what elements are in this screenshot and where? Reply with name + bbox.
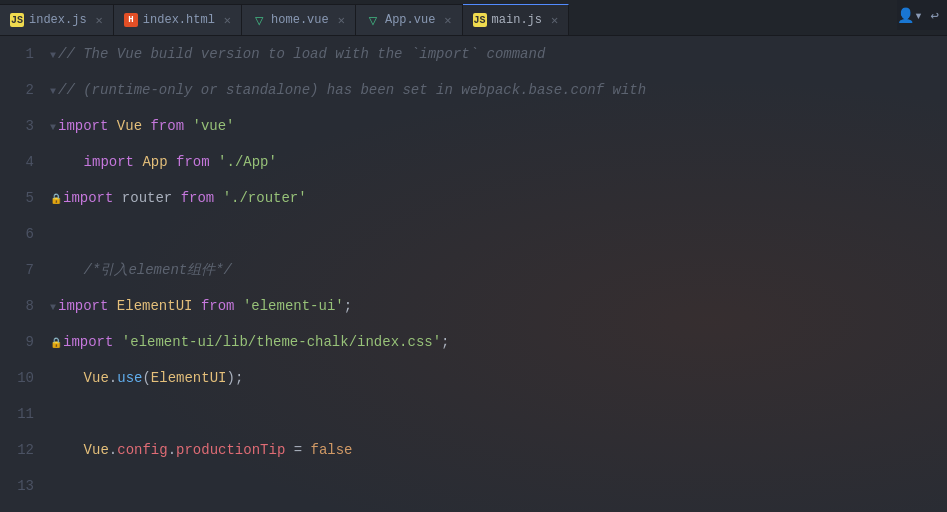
tab-close-icon[interactable]: ✕ [338, 13, 345, 28]
user-icon[interactable]: 👤▾ [897, 7, 922, 24]
line-number: 4 [0, 144, 50, 180]
line-number: 10 [0, 360, 50, 396]
line-number: 3 [0, 108, 50, 144]
table-row: 5 🔒import router from './router' [0, 180, 947, 216]
line-content: ▼import ElementUI from 'element-ui'; [50, 288, 352, 326]
top-toolbar: 👤▾ ↩ [897, 0, 947, 30]
vue-icon: ▽ [366, 13, 380, 27]
lock-icon: 🔒 [50, 194, 62, 205]
table-row: 6 [0, 216, 947, 252]
tab-close-icon[interactable]: ✕ [551, 13, 558, 28]
fold-icon[interactable]: ▼ [50, 86, 56, 97]
fold-icon[interactable]: ▼ [50, 302, 56, 313]
line-content: Vue.config.productionTip = false [50, 432, 353, 468]
tab-main-js[interactable]: JS main.js ✕ [463, 4, 570, 36]
table-row: 12 Vue.config.productionTip = false [0, 432, 947, 468]
tab-close-icon[interactable]: ✕ [96, 13, 103, 28]
line-number: 7 [0, 252, 50, 288]
table-row: 13 [0, 468, 947, 504]
js-icon: JS [10, 13, 24, 27]
line-content: ▼// The Vue build version to load with t… [50, 36, 545, 74]
table-row: 9 🔒import 'element-ui/lib/theme-chalk/in… [0, 324, 947, 360]
tab-close-icon[interactable]: ✕ [444, 13, 451, 28]
line-number: 13 [0, 468, 50, 504]
line-content: 🔒import 'element-ui/lib/theme-chalk/inde… [50, 324, 450, 362]
vue-icon: ▽ [252, 13, 266, 27]
line-number: 9 [0, 324, 50, 360]
table-row: 3 ▼import Vue from 'vue' [0, 108, 947, 144]
line-content: ▼import Vue from 'vue' [50, 108, 235, 146]
fold-icon[interactable]: ▼ [50, 50, 56, 61]
tab-app-vue[interactable]: ▽ App.vue ✕ [356, 4, 463, 36]
tab-home-vue[interactable]: ▽ home.vue ✕ [242, 4, 356, 36]
line-number: 6 [0, 216, 50, 252]
table-row: 4 import App from './App' [0, 144, 947, 180]
editor-area: 1 ▼// The Vue build version to load with… [0, 36, 947, 512]
table-row: 11 [0, 396, 947, 432]
code-content: 1 ▼// The Vue build version to load with… [0, 36, 947, 504]
tab-index-js[interactable]: JS index.js ✕ [0, 4, 114, 36]
fold-icon[interactable]: ▼ [50, 122, 56, 133]
tab-label: index.html [143, 13, 215, 27]
line-number: 5 [0, 180, 50, 216]
tab-label: index.js [29, 13, 87, 27]
line-number: 8 [0, 288, 50, 324]
lock-icon: 🔒 [50, 338, 62, 349]
tab-bar: JS index.js ✕ H index.html ✕ ▽ home.vue … [0, 0, 947, 36]
line-content: Vue.use(ElementUI); [50, 360, 243, 396]
tab-label: home.vue [271, 13, 329, 27]
tab-close-icon[interactable]: ✕ [224, 13, 231, 28]
table-row: 1 ▼// The Vue build version to load with… [0, 36, 947, 72]
table-row: 7 /*引入element组件*/ [0, 252, 947, 288]
line-content: ▼// (runtime-only or standalone) has bee… [50, 72, 646, 110]
line-number: 1 [0, 36, 50, 72]
line-content: /*引入element组件*/ [50, 252, 232, 288]
table-row: 2 ▼// (runtime-only or standalone) has b… [0, 72, 947, 108]
line-content: 🔒import router from './router' [50, 180, 307, 218]
tab-index-html[interactable]: H index.html ✕ [114, 4, 242, 36]
table-row: 8 ▼import ElementUI from 'element-ui'; [0, 288, 947, 324]
line-number: 2 [0, 72, 50, 108]
back-icon[interactable]: ↩ [931, 7, 939, 24]
line-number: 11 [0, 396, 50, 432]
tab-label: main.js [492, 13, 542, 27]
table-row: 10 Vue.use(ElementUI); [0, 360, 947, 396]
tab-label: App.vue [385, 13, 435, 27]
js-icon: JS [473, 13, 487, 27]
line-number: 12 [0, 432, 50, 468]
html-icon: H [124, 13, 138, 27]
line-content: import App from './App' [50, 144, 277, 180]
